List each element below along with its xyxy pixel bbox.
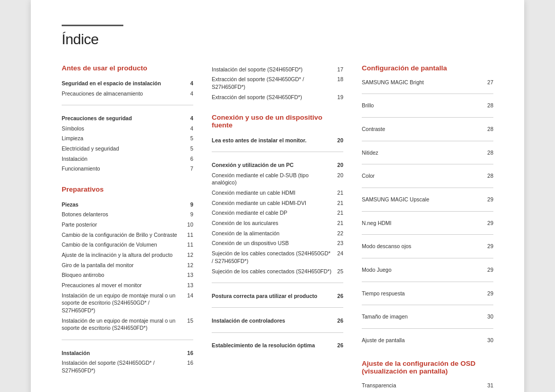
toc-label: Conexión de un dispositivo USB xyxy=(212,238,333,249)
toc-num: 11 xyxy=(183,240,193,250)
toc-label: Precauciones de almacenamiento xyxy=(62,88,183,99)
toc-num: 13 xyxy=(183,281,193,291)
toc-num: 7 xyxy=(183,164,193,174)
toc-label: Extracción del soporte (S24H650FD*) xyxy=(212,92,333,102)
toc-label: Sujeción de los cables conectados (S24H6… xyxy=(212,249,333,266)
table-row: Funcionamiento7 xyxy=(62,164,193,174)
table-row: Conexión mediante un cable HDMI21 xyxy=(212,188,343,198)
section-osd: Ajuste de la configuración de OSD (visua… xyxy=(362,360,493,392)
table-row: Ajuste de pantalla30 xyxy=(362,335,493,346)
toc-num: 30 xyxy=(483,312,493,322)
table-row: Establecimiento de la resolución óptima2… xyxy=(212,339,343,350)
toc-num: 4 xyxy=(183,88,193,99)
table-row: Piezas9 xyxy=(62,198,193,210)
page: Índice Antes de usar el producto Segurid… xyxy=(31,0,524,392)
table-row: Bloqueo antirrobo13 xyxy=(62,270,193,281)
toc-label: N.neg HDMI xyxy=(362,218,483,228)
table-row: Instalación6 xyxy=(62,154,193,164)
toc-num: 21 xyxy=(333,198,343,208)
toc-label: Ajuste de pantalla xyxy=(362,335,483,346)
toc-num: 13 xyxy=(183,270,193,281)
toc-label: Parte posterior xyxy=(62,219,183,230)
table-row: Instalación de controladores26 xyxy=(212,314,343,326)
toc-label: Tiempo respuesta xyxy=(362,288,483,298)
table-row: Contraste28 xyxy=(362,124,493,134)
toc-table-antes: Seguridad en el espacio de instalación4P… xyxy=(62,77,193,174)
toc-table-configuracion: SAMSUNG MAGIC Bright27Brillo28Contraste2… xyxy=(362,77,493,345)
table-row: Tiempo respuesta29 xyxy=(362,288,493,298)
toc-label: Color xyxy=(362,171,483,181)
table-row: Cambio de la configuración de Brillo y C… xyxy=(62,230,193,240)
table-row: Extracción del soporte (S24H650FD*)19 xyxy=(212,92,343,102)
table-row: Conexión mediante un cable HDMI-DVI21 xyxy=(212,198,343,208)
toc-num: 9 xyxy=(183,210,193,220)
page-title-section: Índice xyxy=(62,25,493,48)
toc-label: Instalación del soporte (S24H650FD*) xyxy=(212,64,333,74)
toc-num: 15 xyxy=(183,315,193,333)
table-row: Nitidez28 xyxy=(362,147,493,158)
table-row: Conexión y utilización de un PC20 xyxy=(212,159,343,170)
table-row: Conexión mediante el cable D-SUB (tipo a… xyxy=(212,170,343,188)
toc-num: 29 xyxy=(483,194,493,204)
page-title: Índice xyxy=(62,31,493,48)
toc-num: 29 xyxy=(483,265,493,275)
table-row: Precauciones de almacenamiento4 xyxy=(62,88,193,99)
table-row: Sujeción de los cables conectados (S24H6… xyxy=(212,266,343,276)
toc-label: Conexión de la alimentación xyxy=(212,228,333,238)
toc-label: Modo descanso ojos xyxy=(362,241,483,252)
toc-num: 9 xyxy=(183,198,193,210)
section-title-preparativos: Preparativos xyxy=(62,185,193,193)
toc-label: Precauciones al mover el monitor xyxy=(62,281,183,291)
toc-label: Funcionamiento xyxy=(62,164,183,174)
table-row: Conexión de la alimentación22 xyxy=(212,228,343,238)
toc-num: 18 xyxy=(333,74,343,92)
toc-num: 28 xyxy=(483,171,493,181)
toc-label: Tamaño de imagen xyxy=(362,312,483,322)
toc-label: Limpieza xyxy=(62,134,183,144)
toc-label: Postura correcta para utilizar el produc… xyxy=(212,290,333,301)
toc-label: Electricidad y seguridad xyxy=(62,143,183,154)
toc-num: 25 xyxy=(333,266,343,276)
toc-num: 28 xyxy=(483,101,493,111)
toc-num: 20 xyxy=(333,159,343,170)
toc-label: Seguridad en el espacio de instalación xyxy=(62,77,183,88)
table-row: Instalación de un equipo de montaje mura… xyxy=(62,315,193,333)
toc-num: 26 xyxy=(333,314,343,326)
toc-num: 5 xyxy=(183,143,193,154)
toc-num: 17 xyxy=(333,64,343,74)
section-conexion: Conexión y uso de un dispositivo fuente … xyxy=(212,114,343,351)
toc-num: 14 xyxy=(183,290,193,315)
toc-table-preparativos: Piezas9Botones delanteros9Parte posterio… xyxy=(62,198,193,376)
toc-num: 23 xyxy=(333,238,343,249)
table-row: Transparencia31 xyxy=(362,380,493,390)
toc-num: 27 xyxy=(483,77,493,87)
toc-label: Conexión mediante el cable DP xyxy=(212,208,333,218)
toc-num: 6 xyxy=(183,154,193,164)
table-row: Parte posterior10 xyxy=(62,219,193,230)
table-row: Instalación16 xyxy=(62,347,193,358)
toc-num: 28 xyxy=(483,147,493,158)
table-row: Limpieza5 xyxy=(62,134,193,144)
col-left: Antes de usar el producto Seguridad en e… xyxy=(62,64,193,392)
toc-label: Instalación xyxy=(62,154,183,164)
table-row: Precauciones al mover el monitor13 xyxy=(62,281,193,291)
toc-label: Nitidez xyxy=(362,147,483,158)
section-configuracion: Configuración de pantalla SAMSUNG MAGIC … xyxy=(362,64,493,345)
table-row: SAMSUNG MAGIC Upscale29 xyxy=(362,194,493,204)
toc-num: 19 xyxy=(333,92,343,102)
toc-num: 5 xyxy=(183,134,193,144)
table-row: Seguridad en el espacio de instalación4 xyxy=(62,77,193,88)
toc-label: Cambio de la configuración de Volumen xyxy=(62,240,183,250)
toc-label: Conexión mediante un cable HDMI-DVI xyxy=(212,198,333,208)
toc-num: 16 xyxy=(183,358,193,376)
table-row: Ajuste de la inclinación y la altura del… xyxy=(62,250,193,260)
table-row: Botones delanteros9 xyxy=(62,210,193,220)
toc-num: 26 xyxy=(333,290,343,301)
toc-label: Giro de la pantalla del monitor xyxy=(62,260,183,270)
toc-label: Modo Juego xyxy=(362,265,483,275)
section-title-osd: Ajuste de la configuración de OSD (visua… xyxy=(362,360,493,375)
toc-label: Extracción del soporte (S24H650GD* / S27… xyxy=(212,74,333,92)
table-row: Instalación del soporte (S24H650FD*)17 xyxy=(212,64,343,74)
table-row: Instalación del soporte (S24H650GD* / S2… xyxy=(62,358,193,376)
table-row: Color28 xyxy=(362,171,493,181)
